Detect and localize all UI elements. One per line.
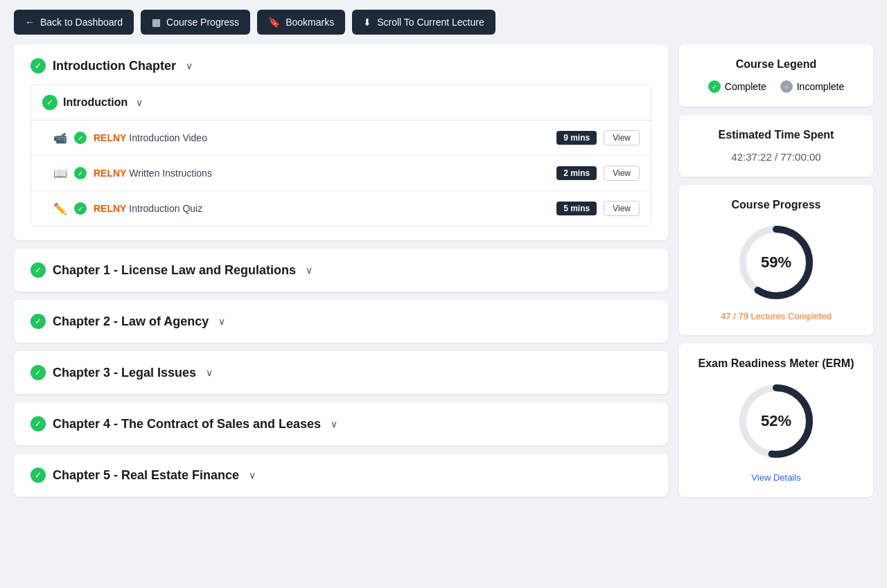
erm-percent: 52% — [761, 412, 791, 430]
chapter4-title: Chapter 4 - The Contract of Sales and Le… — [53, 417, 321, 431]
lecture-book-view-btn[interactable]: View — [604, 166, 640, 181]
intro-chapter-check: ✓ — [30, 58, 46, 73]
legend-incomplete-icon: ○ — [780, 80, 793, 93]
course-progress-label: 47 / 79 Lectures Completed — [693, 311, 859, 321]
lecture-row-video: 📹 ✓ RELNY Introduction Video 9 mins View — [31, 121, 651, 156]
chapter3-chevron: ∨ — [206, 367, 213, 378]
chapter1-chevron: ∨ — [306, 265, 313, 276]
chapter1-check: ✓ — [30, 262, 46, 278]
chapter2-check: ✓ — [30, 314, 46, 329]
bookmarks-button[interactable]: 🔖 Bookmarks — [257, 10, 345, 35]
quiz-icon: ✏️ — [53, 202, 67, 215]
legend-complete: ✓ Complete — [708, 80, 766, 93]
intro-section-title: Introduction — [63, 96, 128, 109]
intro-section: ✓ Introduction ∨ 📹 ✓ RELNY Introduction … — [30, 84, 651, 226]
left-content: ✓ Introduction Chapter ∨ ✓ Introduction … — [14, 44, 668, 497]
bookmarks-label: Bookmarks — [286, 17, 334, 28]
intro-section-chevron: ∨ — [136, 97, 143, 108]
time-title: Estimated Time Spent — [693, 129, 859, 141]
time-value: 42:37:22 / 77:00:00 — [693, 151, 859, 163]
lecture-video-check: ✓ — [74, 132, 87, 144]
erm-card: Exam Readiness Meter (ERM) 52% View Deta… — [679, 344, 873, 497]
lecture-quiz-name: RELNY Introduction Quiz — [94, 203, 550, 214]
main-layout: ✓ Introduction Chapter ∨ ✓ Introduction … — [0, 44, 887, 511]
course-progress-title: Course Progress — [693, 199, 859, 211]
chapter3-header[interactable]: ✓ Chapter 3 - Legal Issues ∨ — [30, 365, 651, 380]
chapter3-check: ✓ — [30, 365, 46, 380]
right-sidebar: Course Legend ✓ Complete ○ Incomplete Es… — [679, 44, 873, 497]
video-icon: 📹 — [53, 132, 67, 145]
chapter1-card: ✓ Chapter 1 - License Law and Regulation… — [14, 249, 668, 292]
lecture-row-book: 📖 ✓ RELNY Written Instructions 2 mins Vi… — [31, 156, 651, 191]
chapter2-header[interactable]: ✓ Chapter 2 - Law of Agency ∨ — [30, 314, 651, 329]
arrow-left-icon: ← — [25, 17, 35, 28]
chapter5-header[interactable]: ✓ Chapter 5 - Real Estate Finance ∨ — [30, 467, 651, 483]
chapter4-header[interactable]: ✓ Chapter 4 - The Contract of Sales and … — [30, 416, 651, 431]
course-progress-percent: 59% — [761, 253, 791, 271]
lecture-quiz-time: 5 mins — [556, 202, 597, 215]
intro-chapter-chevron: ∨ — [186, 60, 193, 71]
course-progress-card: Course Progress 59% 47 / 79 Lectures Com… — [679, 185, 873, 335]
legend-complete-icon: ✓ — [708, 80, 721, 93]
lecture-video-view-btn[interactable]: View — [604, 130, 640, 145]
legend-title: Course Legend — [693, 58, 859, 71]
chapter1-header[interactable]: ✓ Chapter 1 - License Law and Regulation… — [30, 262, 651, 278]
scroll-icon: ⬇ — [363, 17, 371, 28]
chapter5-check: ✓ — [30, 467, 46, 483]
legend-incomplete: ○ Incomplete — [780, 80, 844, 93]
intro-section-header[interactable]: ✓ Introduction ∨ — [31, 85, 651, 121]
intro-section-check: ✓ — [42, 95, 58, 110]
lecture-quiz-view-btn[interactable]: View — [604, 201, 640, 216]
intro-chapter-card: ✓ Introduction Chapter ∨ ✓ Introduction … — [14, 44, 668, 240]
lecture-video-time: 9 mins — [556, 131, 597, 145]
chapter3-card: ✓ Chapter 3 - Legal Issues ∨ — [14, 351, 668, 394]
chapter2-card: ✓ Chapter 2 - Law of Agency ∨ — [14, 300, 668, 343]
intro-chapter-header[interactable]: ✓ Introduction Chapter ∨ — [30, 58, 651, 73]
erm-donut: 52% — [735, 380, 818, 463]
erm-title: Exam Readiness Meter (ERM) — [693, 357, 859, 370]
lecture-book-name: RELNY Written Instructions — [94, 168, 550, 179]
legend-incomplete-label: Incomplete — [797, 81, 844, 92]
top-nav: ← Back to Dashboard ▦ Course Progress 🔖 … — [0, 0, 887, 44]
legend-row: ✓ Complete ○ Incomplete — [693, 80, 859, 93]
book-icon: 📖 — [53, 167, 67, 180]
view-details-link[interactable]: View Details — [751, 472, 800, 483]
legend-complete-label: Complete — [725, 81, 766, 92]
course-progress-donut: 59% — [735, 221, 818, 304]
chapter4-card: ✓ Chapter 4 - The Contract of Sales and … — [14, 402, 668, 445]
chapter5-card: ✓ Chapter 5 - Real Estate Finance ∨ — [14, 454, 668, 497]
intro-chapter-title: Introduction Chapter — [53, 59, 176, 73]
lecture-video-name: RELNY Introduction Video — [94, 132, 550, 143]
progress-icon: ▦ — [152, 17, 161, 28]
chapter3-title: Chapter 3 - Legal Issues — [53, 366, 196, 380]
lecture-row-quiz: ✏️ ✓ RELNY Introduction Quiz 5 mins View — [31, 191, 651, 226]
chapter5-chevron: ∨ — [249, 470, 256, 481]
lecture-book-time: 2 mins — [556, 166, 597, 180]
chapter4-check: ✓ — [30, 416, 46, 431]
scroll-to-lecture-button[interactable]: ⬇ Scroll To Current Lecture — [352, 10, 495, 35]
time-card: Estimated Time Spent 42:37:22 / 77:00:00 — [679, 115, 873, 177]
scroll-label: Scroll To Current Lecture — [377, 17, 484, 28]
legend-card: Course Legend ✓ Complete ○ Incomplete — [679, 44, 873, 107]
course-progress-label: Course Progress — [166, 17, 239, 28]
chapter5-title: Chapter 5 - Real Estate Finance — [53, 468, 239, 483]
course-progress-button[interactable]: ▦ Course Progress — [141, 10, 250, 35]
chapter2-chevron: ∨ — [218, 316, 225, 327]
chapter4-chevron: ∨ — [331, 418, 337, 429]
lecture-quiz-check: ✓ — [74, 202, 87, 215]
bookmark-icon: 🔖 — [268, 17, 280, 28]
lecture-book-check: ✓ — [74, 167, 87, 179]
chapter2-title: Chapter 2 - Law of Agency — [53, 314, 209, 329]
back-label: Back to Dashboard — [40, 17, 123, 28]
back-to-dashboard-button[interactable]: ← Back to Dashboard — [14, 10, 134, 35]
chapter1-title: Chapter 1 - License Law and Regulations — [53, 263, 296, 278]
